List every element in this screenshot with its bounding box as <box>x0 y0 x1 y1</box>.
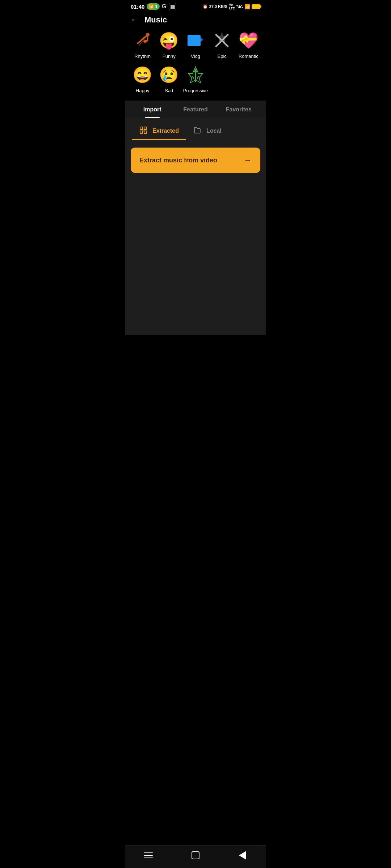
svg-rect-19 <box>142 129 145 132</box>
extract-music-button[interactable]: Extract music from video → <box>131 148 260 173</box>
status-time: 01:40 <box>131 4 144 10</box>
sub-tab-separator <box>125 140 266 140</box>
categories-section: Rhythm 😜 Funny Vlog Epi <box>125 30 266 101</box>
tab-import[interactable]: Import <box>131 101 174 118</box>
google-icon: G <box>162 3 166 10</box>
happy-label: Happy <box>136 88 150 93</box>
content-area: Extracted Local Extract music from video… <box>125 118 266 335</box>
empty-cell-1 <box>209 65 235 93</box>
epic-label: Epic <box>218 54 227 59</box>
vo-lte-icon: VoLTE <box>229 3 235 10</box>
happy-icon: 😄 <box>133 65 153 85</box>
sad-icon: 😢 <box>159 65 179 85</box>
category-romantic[interactable]: 💝 Romantic <box>235 30 262 59</box>
svg-marker-6 <box>201 38 203 42</box>
back-button[interactable]: ← <box>131 16 139 24</box>
category-vlog[interactable]: Vlog <box>182 30 209 59</box>
svg-rect-5 <box>188 35 201 46</box>
category-progressive[interactable]: Progressive <box>182 65 209 93</box>
rhythm-icon <box>133 30 153 51</box>
app-icon-small: ▦ <box>169 3 176 10</box>
tab-favorites[interactable]: Favorites <box>217 101 260 118</box>
tab-featured[interactable]: Featured <box>174 101 217 118</box>
alarm-icon: ⏰ <box>203 4 208 9</box>
category-rhythm[interactable]: Rhythm <box>129 30 156 59</box>
svg-line-14 <box>197 76 198 79</box>
header: ← Music <box>125 12 266 30</box>
status-right: ⏰ 27.0 KB/S VoLTE +4G 📶 ⚡ <box>203 3 260 10</box>
epic-icon <box>212 30 232 51</box>
notification-badge: 📶 1 <box>147 3 160 10</box>
network-4g-icon: +4G <box>236 4 243 9</box>
category-happy[interactable]: 😄 Happy <box>129 65 156 93</box>
status-bar: 01:40 📶 1 G ▦ ⏰ 27.0 KB/S VoLTE +4G 📶 ⚡ <box>125 0 266 12</box>
progressive-label: Progressive <box>183 88 208 93</box>
progressive-icon <box>185 65 206 85</box>
main-tabs: Import Featured Favorites <box>125 101 266 118</box>
network-speed: 27.0 KB/S <box>209 4 228 9</box>
subtab-extracted[interactable]: Extracted <box>132 123 186 140</box>
funny-icon: 😜 <box>159 30 179 51</box>
categories-row1: Rhythm 😜 Funny Vlog Epi <box>129 30 262 59</box>
empty-cell-2 <box>235 65 262 93</box>
battery-icon: ⚡ <box>252 4 260 9</box>
subtab-local[interactable]: Local <box>186 123 229 140</box>
category-funny[interactable]: 😜 Funny <box>156 30 182 59</box>
svg-line-13 <box>193 76 194 79</box>
romantic-icon: 💝 <box>238 30 258 51</box>
extracted-icon <box>139 126 147 136</box>
wifi-icon: 📶 <box>149 4 154 9</box>
vlog-icon <box>185 30 206 51</box>
page-title: Music <box>144 15 167 25</box>
sad-label: Sad <box>165 88 173 93</box>
funny-label: Funny <box>163 54 176 59</box>
status-left: 01:40 📶 1 G ▦ <box>131 3 176 10</box>
romantic-label: Romantic <box>239 54 258 59</box>
extract-button-arrow: → <box>244 156 252 165</box>
local-label: Local <box>206 128 222 134</box>
category-epic[interactable]: Epic <box>209 30 235 59</box>
extracted-label: Extracted <box>152 128 179 134</box>
categories-row2: 😄 Happy 😢 Sad Progressive <box>129 65 262 93</box>
sub-tabs: Extracted Local <box>125 118 266 140</box>
signal-icon: 📶 <box>244 4 250 9</box>
vlog-label: Vlog <box>191 54 200 59</box>
rhythm-label: Rhythm <box>134 54 151 59</box>
extract-button-label: Extract music from video <box>139 157 217 164</box>
category-sad[interactable]: 😢 Sad <box>156 65 182 93</box>
local-icon <box>193 126 201 136</box>
